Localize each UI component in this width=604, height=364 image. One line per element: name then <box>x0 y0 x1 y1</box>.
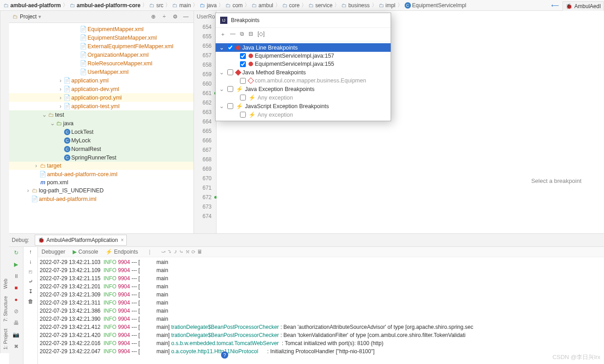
crumb-com[interactable]: 🗀com <box>225 2 244 9</box>
camera-button[interactable]: 📷 <box>12 331 20 339</box>
bp-row[interactable]: ⌄ Java Line Breakpoints <box>216 43 391 52</box>
console-output[interactable]: 2022-07-29 13:42:21.103 INFO 9904 --- [ … <box>38 257 604 364</box>
up-arrow-button[interactable]: ↑ <box>29 249 32 255</box>
bp-row[interactable]: ⌄ Java Method Breakpoints <box>216 68 391 77</box>
console-controls: ↑ ↓ ⏍ ⤶ ↧ 🗑 <box>23 247 38 364</box>
down-arrow-button[interactable]: ↓ <box>29 259 32 265</box>
crumb-java[interactable]: 🗀java <box>199 2 217 9</box>
breakpoint-hint: Select a breakpoint <box>531 177 581 184</box>
ide-logo-icon: IJ <box>220 17 227 24</box>
crumb-core[interactable]: 🗀core <box>281 2 300 9</box>
tree-item[interactable]: 🗀test <box>9 110 194 119</box>
tree-item[interactable]: CMyLock <box>9 136 194 145</box>
tree-item[interactable]: 📄application-prod.yml <box>9 93 194 102</box>
breakpoint-tree[interactable]: ⌄ Java Line Breakpoints EquipmentService… <box>216 41 391 121</box>
tab-web[interactable]: Web <box>1 278 8 288</box>
clear-button[interactable]: 🗑 <box>28 298 33 305</box>
print-button[interactable]: 🖶 <box>12 319 20 327</box>
tree-item[interactable]: 📄RoleResourceMapper.xml <box>9 59 194 68</box>
divider: | <box>149 249 150 255</box>
tree-item[interactable]: CNormalRest <box>9 145 194 153</box>
tab-debugger[interactable]: Debugger <box>41 249 65 255</box>
tree-item[interactable]: 📄ambul-aed-platform-core.iml <box>9 170 194 178</box>
filter-button[interactable]: ⏍ <box>29 268 32 275</box>
watermark: CSDN @李日兴lrx <box>553 353 600 361</box>
popup-title: Breakpoints <box>231 17 259 23</box>
tree-item[interactable]: 🗀log-path_IS_UNDEFINED <box>9 187 194 195</box>
tree-item[interactable]: 📄application-test.yml <box>9 102 194 110</box>
breakpoints-popup: IJ Breakpoints ＋—⧉⊟[◇] ⌄ Java Line Break… <box>215 13 391 121</box>
crumb-service[interactable]: 🗀service <box>308 2 333 9</box>
debug-label: Debug: <box>12 237 29 243</box>
popup-tool[interactable]: [◇] <box>258 31 265 38</box>
project-header: 🗀Project ▾ ⊕ ÷ ⚙ — <box>9 11 194 23</box>
breadcrumb: 🗀ambul-aed-platform〉🗀ambul-aed-platform-… <box>0 0 604 11</box>
popup-tool[interactable]: — <box>230 31 235 38</box>
tree-item[interactable]: 🗀target <box>9 162 194 170</box>
debug-panel: Debug: 🐞AmbulAedPlatformApplication× ↻ ▶… <box>9 233 604 364</box>
crumb-impl[interactable]: 🗀impl <box>378 2 397 9</box>
bp-row[interactable]: ⌄⚡ JavaScript Exception Breakpoints <box>216 102 391 110</box>
bp-row[interactable]: EquipmentServiceImpl.java:155 <box>216 60 391 68</box>
crumb-main[interactable]: 🗀main <box>171 2 192 9</box>
bp-row[interactable]: com.ambul.core.mapper.business.Equipmen <box>216 77 391 85</box>
debug-run-controls: ↻ ▶ ⏸ ■ ● ⊘ 🖶 📷 ✖ <box>9 247 23 364</box>
resume-button[interactable]: ▶ <box>12 260 20 268</box>
back-icon[interactable]: ⟵ <box>551 2 559 9</box>
bp-row[interactable]: EquipmentServiceImpl.java:157 <box>216 52 391 60</box>
run-config-tab[interactable]: 🐞AmbulAedPlatformApplication× <box>35 235 127 246</box>
run-config-dropdown[interactable]: 🐞AmbulAedI <box>563 1 604 11</box>
popup-tool[interactable]: ⧉ <box>240 31 244 38</box>
wrap-button[interactable]: ⤶ <box>28 278 33 285</box>
bp-row[interactable]: ⚡ Any exception <box>216 110 391 119</box>
popup-toolbar: ＋—⧉⊟[◇] <box>216 28 391 41</box>
rerun-button[interactable]: ↻ <box>12 249 20 257</box>
popup-tool[interactable]: ⊟ <box>249 31 253 38</box>
tree-item[interactable]: 📄EquipmentMapper.xml <box>9 25 194 33</box>
step-over-button[interactable]: ⤻ ⤵ ⤴ ⤷ ⤲ ⟳ 🖩 <box>161 249 203 255</box>
scroll-button[interactable]: ↧ <box>28 288 33 295</box>
bp-row[interactable]: ⚡ Any exception <box>216 93 391 102</box>
tab-structure[interactable]: 7: Structure <box>1 296 8 322</box>
settings-button[interactable]: ✖ <box>12 342 20 350</box>
crumb-ambul-aed-platform-core[interactable]: 🗀ambul-aed-platform-core <box>69 2 141 9</box>
crumb-business[interactable]: 🗀business <box>341 2 370 9</box>
line-gutter: 6546556566576586596606616626636646656666… <box>194 23 216 221</box>
tree-item[interactable]: 📄ambul-aed-platform.iml <box>9 195 194 203</box>
close-icon[interactable]: × <box>120 237 124 243</box>
crumb-src[interactable]: 🗀src <box>148 2 164 9</box>
tree-item[interactable]: CLockTest <box>9 127 194 136</box>
tab-endpoints[interactable]: ⚡Endpoints <box>106 249 138 255</box>
mute-breakpoints-button[interactable]: ⊘ <box>12 307 20 315</box>
bp-row[interactable]: ⌄⚡ Java Exception Breakpoints <box>216 85 391 93</box>
tree-item[interactable]: 📄application-dev.yml <box>9 85 194 93</box>
stop-button[interactable]: ■ <box>12 284 20 292</box>
tree-item[interactable]: CSpringRunnerTest <box>9 153 194 162</box>
tree-item[interactable]: 📄application.yml <box>9 76 194 85</box>
popup-tool[interactable]: ＋ <box>220 31 226 38</box>
tree-item[interactable]: 📄ExternalEquipmentFileMapper.xml <box>9 42 194 50</box>
collapse-button[interactable]: ÷ <box>160 14 168 20</box>
tree-item[interactable]: 📄UserMapper.xml <box>9 68 194 76</box>
pause-button[interactable]: ⏸ <box>12 272 20 280</box>
help-icon[interactable]: ? <box>221 351 228 359</box>
crumb-ambul[interactable]: 🗀ambul <box>251 2 274 9</box>
tree-item[interactable]: 📄EquipmentStateMapper.xml <box>9 33 194 42</box>
locate-button[interactable]: ⊕ <box>149 14 157 20</box>
view-breakpoints-button[interactable]: ● <box>12 296 20 304</box>
editor-tab[interactable]: UserRo <box>194 11 216 23</box>
settings-button[interactable]: ⚙ <box>171 14 179 20</box>
crumb-ambul-aed-platform[interactable]: 🗀ambul-aed-platform <box>3 2 62 9</box>
tree-item[interactable]: mpom.xml <box>9 178 194 187</box>
hide-button[interactable]: — <box>182 14 190 20</box>
left-tool-strip: 1: Project 7: Structure Web <box>0 11 9 353</box>
tree-item[interactable]: 🗀java <box>9 119 194 127</box>
tree-item[interactable]: 📄OrganizationMapper.xml <box>9 50 194 59</box>
tab-console[interactable]: ▶Console <box>73 249 98 255</box>
tab-project[interactable]: 1: Project <box>1 329 8 350</box>
crumb-EquipmentServiceImpl[interactable]: CEquipmentServiceImpl <box>404 2 467 9</box>
